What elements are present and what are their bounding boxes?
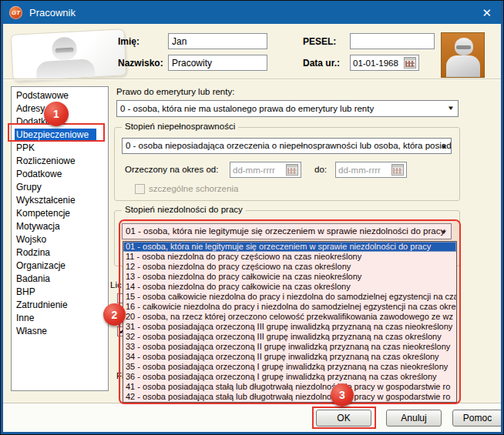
special-ailments-checkbox[interactable] xyxy=(135,184,145,194)
sidebar-item[interactable]: Własne xyxy=(12,325,108,338)
pension-combobox[interactable]: 0 - osoba, która nie ma ustalonego prawa… xyxy=(116,100,459,117)
annotation-step-1-badge: 1 xyxy=(44,102,69,126)
period-to-placeholder: dd-mm-rrrr xyxy=(338,166,391,175)
photo-glasses xyxy=(456,45,471,49)
annotation-step-2-badge: 2 xyxy=(103,303,126,326)
window-title: Pracownik xyxy=(29,7,76,18)
special-ailments-label: szczególne schorzenia xyxy=(149,184,238,193)
period-from-date-field[interactable]: dd-mm-rrrr xyxy=(230,162,301,178)
disability-combobox[interactable]: 0 - osoba nieposiadająca orzeczenia o ni… xyxy=(122,138,452,154)
employee-id-card-image xyxy=(11,28,127,82)
first-name-label: Imię: xyxy=(118,36,139,47)
sidebar-item[interactable]: Organizacje xyxy=(12,259,108,273)
calendar-icon[interactable] xyxy=(391,164,404,176)
period-from-label: Orzeczony na okres od: xyxy=(125,165,218,174)
photo-person-torso xyxy=(446,55,480,78)
annotation-rect-step2 xyxy=(119,219,461,404)
chevron-down-icon: ▼ xyxy=(447,101,455,116)
birth-date-label: Data ur.: xyxy=(303,58,340,69)
title-bar: GT Pracownik ✕ xyxy=(1,1,503,24)
pesel-label: PESEL: xyxy=(303,36,336,47)
first-name-input[interactable] xyxy=(168,33,267,49)
sidebar-item[interactable]: Podstawowe xyxy=(12,89,108,102)
last-name-input[interactable] xyxy=(168,55,267,71)
pension-combobox-value: 0 - osoba, która nie ma ustalonego prawa… xyxy=(120,104,374,113)
disability-group-title: Stopień niepełnosprawności xyxy=(122,122,238,131)
pracownik-dialog: GT Pracownik ✕ Imię: PESEL: Nazwisko: Da… xyxy=(0,0,504,435)
birth-date-field[interactable]: 01-01-1968 xyxy=(350,55,419,71)
close-icon[interactable]: ✕ xyxy=(479,5,495,20)
header-separator xyxy=(3,79,502,80)
sidebar-item[interactable]: Zatrudnienie xyxy=(12,299,108,312)
pension-label: Prawo do emerytury lub renty: xyxy=(116,87,234,96)
chevron-down-icon: ▼ xyxy=(440,139,448,153)
pesel-input[interactable] xyxy=(350,33,435,49)
sidebar-item[interactable]: BHP xyxy=(12,286,108,299)
sidebar-item[interactable]: Inne xyxy=(12,312,108,325)
disability-combobox-value: 0 - osoba nieposiadająca orzeczenia o ni… xyxy=(126,141,452,150)
annotation-step-3-badge: 3 xyxy=(331,383,354,407)
period-to-date-field[interactable]: dd-mm-rrrr xyxy=(335,162,407,178)
sidebar-item[interactable]: PPK xyxy=(12,142,108,155)
last-name-label: Nazwisko: xyxy=(118,58,163,69)
employee-photo xyxy=(441,32,485,78)
calendar-icon[interactable] xyxy=(286,164,298,176)
period-to-label: do: xyxy=(314,165,327,174)
period-from-placeholder: dd-mm-rrrr xyxy=(233,166,286,175)
sidebar-item[interactable]: Badania xyxy=(12,273,108,286)
sidebar-item[interactable]: Rodzina xyxy=(12,246,108,259)
sidebar-item[interactable]: Podatkowe xyxy=(12,168,108,181)
help-button[interactable]: Pomoc xyxy=(452,410,502,427)
sidebar-item[interactable]: Wykształcenie xyxy=(12,194,108,207)
birth-date-value: 01-01-1968 xyxy=(353,59,404,68)
sidebar-item[interactable]: Grupy xyxy=(12,181,108,194)
sidebar-item[interactable]: Motywacja xyxy=(12,220,108,233)
sidebar-item[interactable]: Wojsko xyxy=(12,233,108,246)
idcard-sunglasses xyxy=(55,48,74,53)
sidebar-item[interactable]: Kompetencje xyxy=(12,207,108,220)
app-logo-gt-icon: GT xyxy=(9,6,22,19)
sidebar-item[interactable]: Rozliczeniowe xyxy=(12,155,108,168)
incapacity-group-title: Stopień niezdolności do pracy xyxy=(122,205,246,214)
annotation-rect-step3 xyxy=(312,407,376,429)
calendar-icon[interactable] xyxy=(404,57,416,69)
cancel-button[interactable]: Anuluj xyxy=(386,410,442,427)
